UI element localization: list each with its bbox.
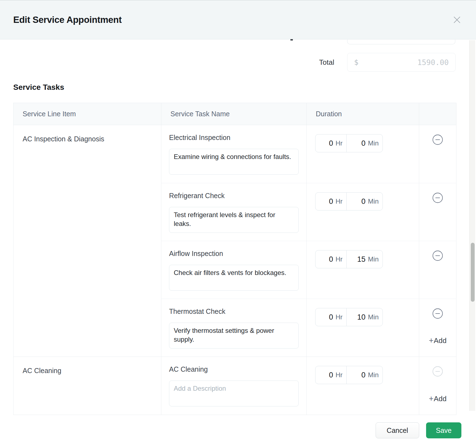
clipped-text-fragment — [290, 39, 293, 41]
vertical-scrollbar-track[interactable] — [469, 40, 475, 411]
task-cell: Airflow Inspection Check air filters & v… — [161, 241, 306, 299]
service-tasks-table: Service Line Item Service Task Name Dura… — [13, 103, 456, 415]
duration-control: Hr Min — [315, 308, 383, 326]
duration-cell: Hr Min — [306, 241, 419, 299]
hours-unit-label: Hr — [336, 313, 343, 321]
task-description-input[interactable]: Examine wiring & connections for faults. — [169, 149, 299, 175]
save-button[interactable]: Save — [426, 422, 461, 438]
minus-circle-icon — [432, 366, 443, 377]
remove-task-button-disabled — [432, 366, 443, 377]
hours-input[interactable] — [323, 255, 333, 264]
duration-control: Hr Min — [315, 250, 383, 268]
total-label: Total — [273, 53, 334, 72]
duration-control: Hr Min — [315, 366, 383, 384]
close-icon — [453, 15, 461, 24]
minutes-segment: Min — [346, 193, 383, 210]
task-cell: Refrigerant Check Test refrigerant level… — [161, 183, 306, 241]
task-cell: AC Cleaning — [161, 357, 306, 415]
plus-icon: + — [429, 395, 434, 403]
hours-segment: Hr — [315, 308, 346, 326]
duration-control: Hr Min — [315, 192, 383, 210]
total-field: $ — [347, 53, 456, 72]
duration-cell: Hr Min — [306, 357, 419, 415]
task-description-input[interactable]: Test refrigerant levels & inspect for le… — [169, 207, 299, 233]
service-group-row: AC Cleaning AC Cleaning Hr Min — [14, 357, 456, 415]
task-cell: Electrical Inspection Examine wiring & c… — [161, 125, 306, 183]
hours-input[interactable] — [323, 197, 333, 206]
minus-circle-icon — [432, 308, 443, 319]
service-line-item: AC Inspection & Diagnosis — [14, 125, 161, 357]
hours-unit-label: Hr — [336, 255, 343, 263]
plus-icon: + — [429, 337, 434, 345]
add-task-label: Add — [434, 336, 446, 345]
minus-circle-icon — [432, 192, 443, 203]
minutes-segment: Min — [346, 134, 383, 152]
minutes-unit-label: Min — [368, 139, 379, 147]
task-name: Airflow Inspection — [169, 250, 299, 258]
minutes-segment: Min — [346, 308, 383, 326]
minutes-unit-label: Min — [368, 255, 379, 263]
hours-input[interactable] — [323, 371, 333, 379]
remove-task-button[interactable] — [432, 192, 443, 203]
duration-cell: Hr Min — [306, 125, 419, 183]
add-task-label: Add — [434, 395, 446, 403]
minutes-unit-label: Min — [368, 313, 379, 321]
minutes-input[interactable] — [355, 139, 365, 148]
hours-segment: Hr — [315, 250, 346, 268]
minutes-segment: Min — [346, 250, 383, 268]
task-description-input[interactable]: Check air filters & vents for blockages. — [169, 265, 299, 291]
hours-segment: Hr — [315, 193, 346, 210]
edit-service-appointment-modal: Edit Service Appointment Total $ Service… — [0, 0, 476, 448]
hours-input[interactable] — [323, 139, 333, 148]
actions-cell: + Add — [419, 299, 456, 357]
add-task-button[interactable]: + Add — [429, 336, 446, 345]
duration-cell: Hr Min — [306, 299, 419, 357]
hours-unit-label: Hr — [336, 371, 343, 379]
clipped-input-fragment[interactable] — [347, 40, 455, 44]
remove-task-button[interactable] — [432, 308, 443, 319]
cancel-button[interactable]: Cancel — [376, 422, 419, 438]
modal-title: Edit Service Appointment — [13, 15, 122, 25]
column-header-service-task-name: Service Task Name — [161, 103, 306, 125]
task-name: Refrigerant Check — [169, 192, 299, 200]
minus-circle-icon — [432, 250, 443, 261]
task-cell: Thermostat Check Verify thermostat setti… — [161, 299, 306, 357]
close-button[interactable] — [452, 15, 462, 25]
hours-segment: Hr — [315, 366, 346, 384]
duration-control: Hr Min — [315, 134, 383, 152]
task-description-input[interactable] — [169, 380, 299, 406]
actions-cell — [419, 125, 456, 183]
actions-cell — [419, 241, 456, 299]
column-header-duration: Duration — [306, 103, 419, 125]
service-group-row: AC Inspection & Diagnosis Electrical Ins… — [14, 125, 456, 357]
vertical-scrollbar-thumb[interactable] — [471, 243, 475, 302]
minutes-input[interactable] — [355, 313, 365, 322]
currency-symbol: $ — [354, 58, 359, 66]
hours-unit-label: Hr — [336, 198, 343, 205]
hours-segment: Hr — [315, 134, 346, 152]
minutes-unit-label: Min — [368, 198, 379, 205]
task-name: Thermostat Check — [169, 307, 299, 315]
minus-circle-icon — [432, 134, 443, 145]
service-line-item: AC Cleaning — [14, 357, 161, 415]
remove-task-button[interactable] — [432, 250, 443, 261]
minutes-input[interactable] — [355, 371, 365, 379]
add-task-button[interactable]: + Add — [429, 395, 446, 403]
minutes-segment: Min — [346, 366, 383, 384]
hours-input[interactable] — [323, 313, 333, 322]
actions-cell — [419, 183, 456, 241]
modal-header: Edit Service Appointment — [0, 0, 476, 39]
duration-cell: Hr Min — [306, 183, 419, 241]
minutes-input[interactable] — [355, 197, 365, 206]
task-description-input[interactable]: Verify thermostat settings & power suppl… — [169, 323, 299, 349]
section-title: Service Tasks — [13, 83, 64, 92]
minutes-unit-label: Min — [368, 371, 379, 379]
column-header-actions — [419, 103, 456, 125]
task-name: Electrical Inspection — [169, 134, 299, 142]
minutes-input[interactable] — [355, 255, 365, 264]
remove-task-button[interactable] — [432, 134, 443, 145]
actions-cell: + Add — [419, 357, 456, 415]
table-header-row: Service Line Item Service Task Name Dura… — [14, 103, 456, 125]
hours-unit-label: Hr — [336, 139, 343, 147]
total-input — [359, 58, 449, 67]
